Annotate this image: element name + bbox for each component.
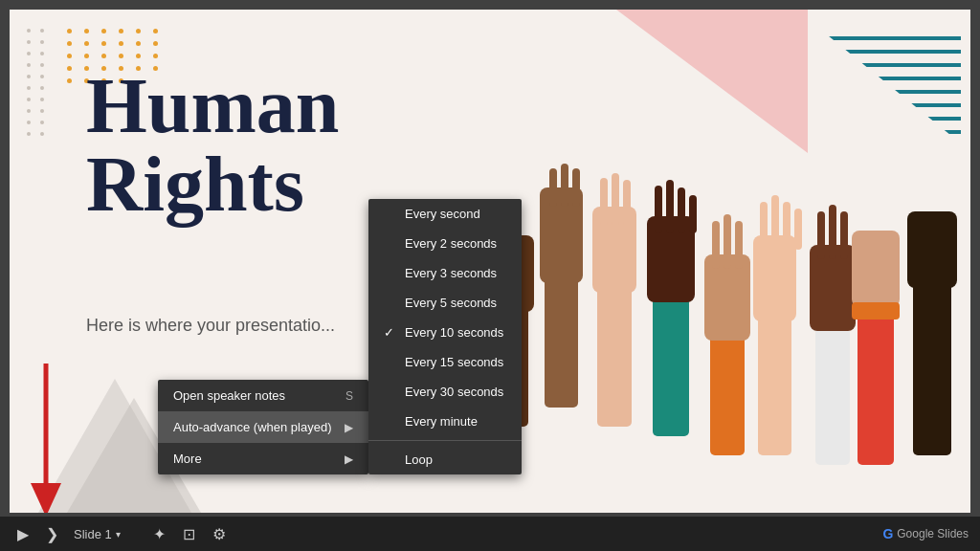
red-arrow-indicator <box>27 364 65 513</box>
svg-marker-13 <box>31 483 61 513</box>
svg-rect-41 <box>783 202 791 250</box>
submenu-item-every-10-seconds[interactable]: Every 10 seconds <box>368 318 522 347</box>
svg-rect-18 <box>549 168 557 207</box>
svg-rect-39 <box>760 202 768 250</box>
submenu-item-every-minute[interactable]: Every minute <box>368 407 522 436</box>
svg-rect-31 <box>689 195 697 233</box>
svg-rect-34 <box>712 221 720 269</box>
svg-rect-23 <box>600 178 608 226</box>
menu-item-auto-advance[interactable]: Auto-advance (when played) ▶ <box>158 411 368 443</box>
menu-item-speaker-notes[interactable]: Open speaker notes S <box>158 380 368 411</box>
slide-indicator: Slide 1 ▾ <box>74 527 121 541</box>
svg-rect-24 <box>612 173 619 226</box>
play-button[interactable]: ▶ <box>11 521 34 547</box>
bottom-toolbar: ▶ ❯ Slide 1 ▾ ✦ ⊡ ⚙ G Google Slides <box>0 517 980 551</box>
teal-lines-deco <box>769 19 961 143</box>
slide-dropdown-arrow[interactable]: ▾ <box>116 529 121 540</box>
submenu-item-every-3-seconds[interactable]: Every 3 seconds <box>368 258 522 288</box>
aspect-ratio-button[interactable]: ⊡ <box>177 521 201 547</box>
context-menu[interactable]: Open speaker notes S Auto-advance (when … <box>158 380 368 474</box>
submenu-item-every-5-seconds[interactable]: Every 5 seconds <box>368 288 522 318</box>
submenu-divider <box>368 440 522 441</box>
magic-button[interactable]: ✦ <box>147 521 171 547</box>
hands-illustration <box>473 159 970 513</box>
svg-rect-49 <box>852 231 900 307</box>
svg-rect-42 <box>794 209 802 250</box>
svg-rect-40 <box>771 195 779 250</box>
menu-item-more[interactable]: More ▶ <box>158 443 368 474</box>
svg-rect-45 <box>817 211 825 259</box>
svg-rect-35 <box>724 214 731 269</box>
svg-rect-52 <box>907 211 957 288</box>
auto-advance-submenu[interactable]: Every second Every 2 seconds Every 3 sec… <box>368 199 522 474</box>
svg-rect-46 <box>829 205 836 259</box>
svg-rect-30 <box>678 187 685 233</box>
svg-rect-29 <box>666 180 674 233</box>
svg-rect-36 <box>735 221 743 269</box>
google-g-logo: G <box>882 526 893 541</box>
svg-rect-25 <box>623 180 631 226</box>
settings-button[interactable]: ⚙ <box>207 521 232 547</box>
submenu-item-every-second[interactable]: Every second <box>368 199 522 229</box>
submenu-item-every-30-seconds[interactable]: Every 30 seconds <box>368 377 522 407</box>
submenu-item-loop[interactable]: Loop <box>368 445 522 474</box>
svg-rect-28 <box>655 186 662 233</box>
svg-rect-20 <box>572 168 580 207</box>
next-slide-button[interactable]: ❯ <box>40 521 64 547</box>
svg-rect-50 <box>852 302 900 320</box>
svg-rect-47 <box>840 211 848 259</box>
dots-left-deco: // Will generate dots via JS below <box>27 29 46 136</box>
slide-title: Human Rights <box>86 67 339 224</box>
submenu-item-every-15-seconds[interactable]: Every 15 seconds <box>368 347 522 377</box>
google-slides-logo: G Google Slides <box>882 526 969 541</box>
submenu-item-every-2-seconds[interactable]: Every 2 seconds <box>368 229 522 258</box>
svg-rect-19 <box>561 164 568 207</box>
